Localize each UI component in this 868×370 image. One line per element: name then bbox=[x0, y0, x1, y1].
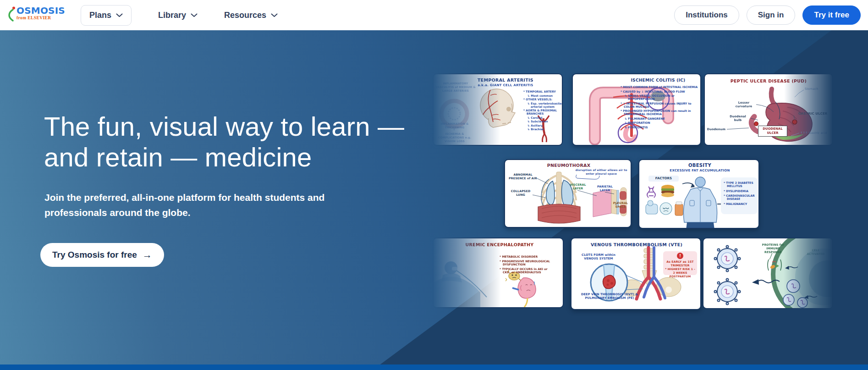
bullet-line: ↳ Axillary bbox=[527, 124, 563, 127]
bullet-line: * AORTA & PROXIMAL BRANCHES bbox=[523, 109, 563, 115]
faded-note: ISCHEMIA & COMPLICATIONS e.g. VISION LOS… bbox=[434, 132, 475, 143]
card-viral-immune-response: PROTEINS for IMMUNE RESPONSE CELL ACTIVA… bbox=[703, 237, 833, 309]
warning-icon: ! bbox=[677, 253, 683, 259]
cta-label: Try Osmosis for free bbox=[52, 250, 137, 260]
lesser-curvature-label: Lesser curvature bbox=[731, 101, 756, 109]
logo-wordmark: OSMOSIS bbox=[16, 6, 65, 15]
try-osmosis-free-button[interactable]: Try Osmosis for free → bbox=[40, 243, 164, 267]
card-title: PNEUMOTHORAX bbox=[532, 163, 605, 168]
nav-item-plans[interactable]: Plans bbox=[81, 5, 132, 26]
bullet-line: * TYPE 2 DIABETES MELLITUS bbox=[724, 181, 756, 188]
faded-note: ↓ bbox=[453, 127, 456, 132]
card-subtitle: EXCESSIVE FAT ACCUMULATION bbox=[656, 169, 744, 172]
card-ischemic-colitis: ISCHEMIC COLITIS (IC) * MOST COMMON FORM… bbox=[572, 73, 701, 146]
bullet-line: * PROGRESSIVE NEUROLOGICAL DYSFUNCTION bbox=[500, 260, 555, 266]
bullet-line: * ↓ INTESTINAL PERFUSION causes INJURY t… bbox=[621, 102, 699, 108]
factors-label: FACTORS bbox=[648, 176, 679, 182]
hero-section: The fun, visual way to learn — and retai… bbox=[0, 30, 868, 364]
stomach-label: Stomach bbox=[805, 87, 830, 91]
bullet-list: * TYPE 2 DIABETES MELLITUS * DYSLIPIDEMI… bbox=[724, 181, 756, 205]
bullet-list: * MOST COMMON FORM of INTESTINAL ISCHEMI… bbox=[621, 85, 699, 129]
pleural-space-label: PLEURAL SPACE bbox=[610, 201, 632, 209]
card-title: UREMIC ENCEPHALOPATHY bbox=[454, 242, 545, 247]
nav-item-label: Resources bbox=[224, 11, 266, 20]
bullet-line: * OTHER VESSELS: bbox=[523, 98, 563, 101]
nav-actions: Institutions Sign in Try it free bbox=[674, 6, 861, 25]
bullet-line: ↳ SMALL VESSEL OCCLUSION or HYPOPERFUSIO… bbox=[625, 94, 699, 100]
card-venous-thromboembolism: VENOUS THROMBOEMBOLISM (VTE) CLOTS FORM … bbox=[571, 237, 701, 310]
clots-label: CLOTS FORM within VENOUS SYSTEM bbox=[577, 253, 620, 261]
osmosis-logo[interactable]: OSMOSIS from ELSEVIER bbox=[7, 6, 65, 24]
bullet-line: * METABOLIC DISORDER bbox=[500, 255, 555, 258]
duodenal-bulb-label: Duodenal bulb bbox=[726, 115, 750, 122]
bullet-line: * CARDIOVASCULAR DISEASE bbox=[724, 194, 756, 200]
card-title: ISCHEMIC COLITIS (IC) bbox=[618, 78, 698, 83]
hero-subtitle: Join the preferred, all-in-one platform … bbox=[44, 190, 324, 220]
card-pneumothorax: PNEUMOTHORAX disruption of either allows… bbox=[504, 159, 632, 228]
hero-heading-line2: and retain — medicine bbox=[44, 142, 404, 172]
hero-subtitle-line1: Join the preferred, all-in-one platform … bbox=[44, 190, 324, 205]
bullet-line: ↳ PERITONITIS bbox=[625, 126, 699, 129]
card-temporal-arteritis: INFLAMMATORY VASCULITIS of MEDIUM & LARG… bbox=[433, 73, 563, 146]
gastric-acid-label: ↑↑↑ Gastric acid bbox=[800, 131, 832, 135]
pleural-note: disruption of either allows air to enter… bbox=[573, 168, 630, 176]
bullet-line: * PROLONGED HYPOPERFUSION can result in … bbox=[621, 109, 699, 116]
card-peptic-ulcer-disease: PEPTIC ULCER DISEASE (PUD) Stomach Lesse… bbox=[704, 73, 833, 146]
card-uremic-encephalopathy: UREMIC ENCEPHALOPATHY * METABOLIC DISORD… bbox=[433, 237, 564, 308]
card-title: TEMPORAL ARTERITIS bbox=[462, 77, 549, 83]
try-it-free-button[interactable]: Try it free bbox=[802, 6, 861, 25]
nav-menu: Plans Library Resources bbox=[81, 5, 278, 26]
hero-heading: The fun, visual way to learn — and retai… bbox=[44, 111, 404, 172]
bullet-line: ↳ FULMINANT GANGRENE bbox=[625, 117, 699, 120]
visceral-layer-label: VISCERAL LAYER bbox=[567, 183, 588, 190]
arrow-right-icon: → bbox=[143, 249, 152, 260]
warning-text-2: * HIGHEST RISK 1 - 2 WEEKS POSTPARTUM bbox=[664, 267, 696, 278]
logo-tagline: from ELSEVIER bbox=[16, 16, 65, 21]
bullet-line: * MOST COMMON FORM of INTESTINAL ISCHEMI… bbox=[621, 85, 699, 88]
top-navigation: OSMOSIS from ELSEVIER Plans Library Reso… bbox=[0, 0, 868, 30]
card-title: OBESITY bbox=[667, 163, 733, 168]
bullet-line: ↳ Subclavian bbox=[527, 120, 563, 123]
bullet-line: * DYSLIPIDEMIA bbox=[724, 189, 756, 193]
warning-text-1: As EARLY as 1ST TRIMESTER bbox=[664, 260, 696, 267]
parietal-layer-label: PARIETAL LAYER bbox=[594, 185, 616, 192]
card-title: VENOUS THROMBOEMBOLISM (VTE) bbox=[584, 242, 689, 247]
hero-heading-line1: The fun, visual way to learn — bbox=[44, 111, 404, 142]
hero-subtitle-line2: professionals around the globe. bbox=[44, 205, 324, 220]
bullet-list: * METABOLIC DISORDER * PROGRESSIVE NEURO… bbox=[500, 255, 555, 274]
osmosis-logo-icon bbox=[7, 6, 16, 24]
bullet-line: * MALIGNANCY bbox=[724, 202, 756, 205]
nav-item-label: Plans bbox=[89, 11, 111, 20]
chevron-down-icon bbox=[271, 13, 278, 17]
nav-item-library[interactable]: Library bbox=[158, 11, 198, 20]
osmosis-landing-page: OSMOSIS from ELSEVIER Plans Library Reso… bbox=[0, 0, 868, 370]
chevron-down-icon bbox=[191, 13, 198, 17]
bullet-line: ↳ Esp. vertebrobasilar arterial system bbox=[527, 102, 563, 108]
card-title: PEPTIC ULCER DISEASE (PUD) bbox=[711, 78, 826, 83]
duodenal-ulcer-label: DUODENAL ULCER bbox=[758, 126, 787, 137]
chevron-down-icon bbox=[116, 13, 123, 17]
abnormal-air-label: ABNORMAL PRESENCE of AIR bbox=[508, 173, 538, 180]
bullet-list: * TEMPORAL ARTERY ↳ Most common * OTHER … bbox=[523, 90, 563, 131]
cell-activated-label: CELL ACTIVATED bbox=[802, 249, 829, 256]
bullet-line: ↳ PERFORATION bbox=[625, 121, 699, 124]
bullet-line: ↳ Brachial bbox=[527, 127, 563, 131]
bullet-line: * CAUSED by ↓ INTESTINAL BLOOD FLOW bbox=[621, 90, 699, 93]
institutions-button[interactable]: Institutions bbox=[674, 6, 739, 25]
bullet-line: ↳ Carotid bbox=[527, 116, 563, 119]
gastric-ulcer-label: GASTRIC ULCER bbox=[798, 112, 831, 116]
sign-in-button[interactable]: Sign in bbox=[747, 6, 796, 25]
card-obesity: OBESITY EXCESSIVE FAT ACCUMULATION FACTO… bbox=[638, 159, 759, 229]
bullet-line: * TYPICALLY OCCURS in AKI or CKD, or UND… bbox=[500, 267, 555, 274]
duodenum-label: Duodenum bbox=[706, 127, 727, 131]
card-subtitle: a.k.a. GIANT CELL ARTERITIS bbox=[462, 83, 549, 87]
proteins-label: PROTEINS for IMMUNE RESPONSE bbox=[758, 243, 789, 254]
bottom-accent-bar bbox=[0, 364, 868, 370]
bullet-line: * TEMPORAL ARTERY bbox=[523, 90, 563, 93]
bullet-line: ↳ Most common bbox=[527, 94, 563, 97]
dvt-pe-label: DEEP VEIN THROMBOSIS (DVT) & PULMONARY E… bbox=[578, 293, 641, 300]
nav-item-resources[interactable]: Resources bbox=[224, 11, 278, 20]
collapsed-lung-label: COLLAPSED LUNG bbox=[508, 189, 533, 197]
nav-item-label: Library bbox=[158, 11, 186, 20]
